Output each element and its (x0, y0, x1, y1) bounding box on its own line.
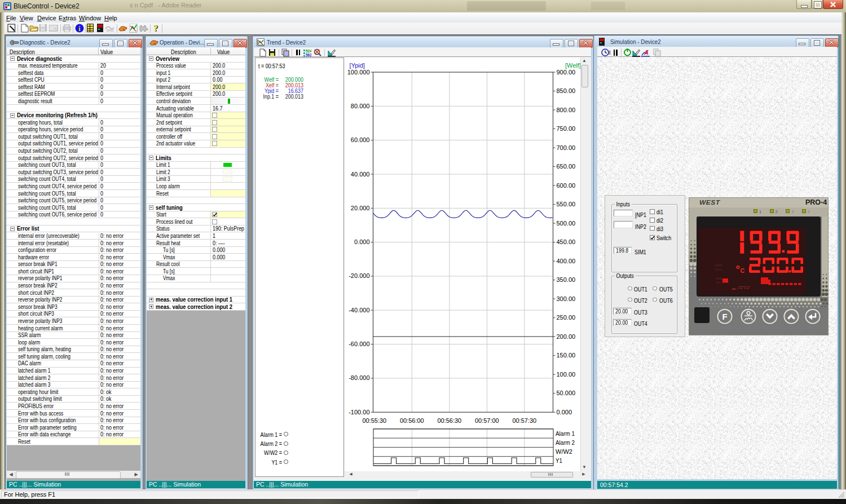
svg-text:-60.000: -60.000 (349, 341, 369, 347)
svg-text:400.00: 400.00 (557, 258, 576, 264)
svg-text:Alarm 2: Alarm 2 (556, 439, 575, 446)
svg-text:A: A (644, 49, 649, 56)
svg-text:524: 524 (306, 49, 311, 53)
svg-text:-20.000: -20.000 (349, 272, 369, 279)
svg-text:Y1: Y1 (556, 457, 562, 464)
svg-text:00:56:00: 00:56:00 (400, 417, 424, 424)
svg-text:-40.000: -40.000 (349, 307, 369, 313)
svg-text:650.00: 650.00 (557, 163, 576, 170)
svg-text:700.00: 700.00 (557, 144, 576, 151)
svg-text:0.000: 0.000 (557, 409, 572, 415)
svg-text:50.000: 50.000 (557, 390, 576, 396)
svg-text:80.000: 80.000 (351, 103, 370, 109)
svg-text:450.00: 450.00 (557, 238, 576, 245)
svg-text:100.000: 100.000 (347, 69, 370, 76)
svg-text:[Welf]: [Welf] (565, 62, 580, 69)
svg-text:200.00: 200.00 (557, 333, 576, 340)
svg-text:850.00: 850.00 (557, 87, 576, 94)
svg-text:40.000: 40.000 (351, 171, 370, 178)
svg-text:150.00: 150.00 (557, 352, 576, 359)
svg-text:250.00: 250.00 (557, 314, 576, 321)
svg-text:100.00: 100.00 (557, 371, 576, 378)
svg-text:500.00: 500.00 (557, 220, 576, 227)
svg-text:[Ypid]: [Ypid] (350, 62, 365, 69)
svg-text:20.000: 20.000 (351, 205, 370, 211)
svg-text:W/W2: W/W2 (556, 448, 572, 455)
svg-text:550.00: 550.00 (557, 201, 576, 207)
svg-text:-100.00: -100.00 (349, 409, 369, 415)
svg-text:Alarm 1: Alarm 1 (556, 430, 575, 437)
svg-text:00:57:30: 00:57:30 (512, 417, 536, 424)
svg-text:563: 563 (306, 53, 311, 57)
svg-text:00:56:30: 00:56:30 (437, 417, 461, 424)
svg-text:750.00: 750.00 (557, 125, 576, 132)
svg-text:60.000: 60.000 (351, 136, 370, 143)
svg-text:STO: STO (107, 29, 114, 32)
svg-text:?: ? (153, 24, 158, 33)
svg-text:00:57:00: 00:57:00 (475, 417, 499, 424)
svg-text:F: F (722, 312, 727, 321)
svg-text:-80.000: -80.000 (349, 374, 369, 381)
svg-text:800.00: 800.00 (557, 107, 576, 113)
svg-text:00:55:30: 00:55:30 (362, 417, 386, 424)
svg-text:0.000: 0.000 (354, 238, 370, 245)
svg-text:350.00: 350.00 (557, 276, 576, 283)
svg-text:600.00: 600.00 (557, 182, 576, 189)
svg-text:900.00: 900.00 (557, 69, 576, 76)
svg-text:300.00: 300.00 (557, 295, 576, 302)
